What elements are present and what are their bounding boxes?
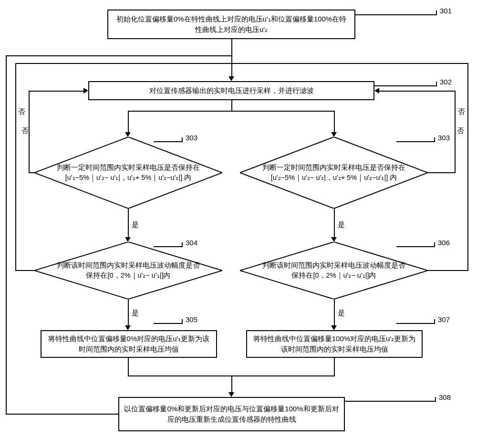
step-302-text: 对位置传感器输出的实时电压进行采样，并进行滤波 xyxy=(149,85,314,96)
ref-306: 306 xyxy=(438,239,450,247)
step-303-right-text: 判断一定时间范围内实时采样电压是否保持在[u'₂−5%｜u'₂− u'₁|，u'… xyxy=(260,163,407,183)
step-306-text: 判断该时间范围内实时采样电压波动幅度是否保持在[0，2%｜u'₂− u'₁|]内 xyxy=(260,260,407,281)
yes-303-right: 是 xyxy=(338,220,345,229)
step-303-left-text: 判断一定时间范围内实时采样电压是否保持在[u'₁−5%｜u'₂− u'₁|，u'… xyxy=(55,163,201,183)
step-308-box: 以位置偏移量0%和更新后对应的电压与位置偏移量100%和更新后对应的电压重新生成… xyxy=(118,397,345,431)
step-303-left-diamond: 判断一定时间范围内实时采样电压是否保持在[u'₁−5%｜u'₂− u'₁|，u'… xyxy=(34,137,222,208)
ref-307: 307 xyxy=(438,315,450,323)
ref-308: 308 xyxy=(439,393,451,401)
step-307-text: 将特性曲线中位置偏移量100%对应的电压u'₂更新为该时间范围内的实时采样电压均… xyxy=(252,333,417,354)
ref-303b: 303 xyxy=(438,134,450,142)
ref-302: 302 xyxy=(440,78,452,86)
ref-303a: 303 xyxy=(186,134,197,142)
step-305-box: 将特性曲线中位置偏移量0%对应的电压u'₁更新为该时间范围内的实时采样电压均值 xyxy=(41,330,217,358)
step-301-text: 初始化位置偏移量0%在特性曲线上对应的电压u'₁和位置偏移量100%在特性曲线上… xyxy=(113,14,350,35)
step-304-text: 判断该时间范围内实时采样电压波动幅度是否保持在[0，2%｜u'₂− u'₁|]内 xyxy=(55,260,201,281)
yes-303-left: 是 xyxy=(132,220,139,229)
step-306-diamond: 判断该时间范围内实时采样电压波动幅度是否保持在[0，2%｜u'₂− u'₁|]内 xyxy=(240,242,428,299)
step-308-text: 以位置偏移量0%和更新后对应的电压与位置偏移量100%和更新后对应的电压重新生成… xyxy=(124,404,339,425)
ref-301: 301 xyxy=(440,7,452,15)
step-304-diamond: 判断该时间范围内实时采样电压波动幅度是否保持在[0，2%｜u'₂− u'₁|]内 xyxy=(34,242,222,299)
no-306: 否 xyxy=(458,107,465,116)
step-307-box: 将特性曲线中位置偏移量100%对应的电压u'₂更新为该时间范围内的实时采样电压均… xyxy=(246,330,423,358)
ref-304: 304 xyxy=(186,239,197,247)
no-304: 否 xyxy=(18,107,25,116)
step-302-box: 对位置传感器输出的实时电压进行采样，并进行滤波 xyxy=(88,81,374,100)
step-301-box: 初始化位置偏移量0%在特性曲线上对应的电压u'₁和位置偏移量100%在特性曲线上… xyxy=(107,10,355,39)
yes-304: 是 xyxy=(132,309,139,318)
no-303-left: 否 xyxy=(21,126,29,135)
no-303-right: 否 xyxy=(457,126,464,135)
step-305-text: 将特性曲线中位置偏移量0%对应的电压u'₁更新为该时间范围内的实时采样电压均值 xyxy=(46,333,211,354)
yes-306: 是 xyxy=(338,309,345,318)
ref-305: 305 xyxy=(186,315,197,323)
step-303-right-diamond: 判断一定时间范围内实时采样电压是否保持在[u'₂−5%｜u'₂− u'₁|，u'… xyxy=(240,137,428,208)
